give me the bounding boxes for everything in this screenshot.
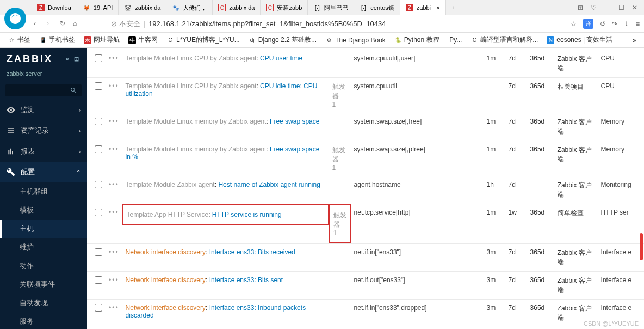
browser-tab[interactable]: 🐾大佬们， bbox=[166, 0, 213, 15]
nav-home-icon[interactable]: ⌂ bbox=[73, 20, 82, 28]
win-grid-icon[interactable]: ⊞ bbox=[578, 4, 583, 11]
bookmark-item[interactable]: C编译型语言和解释... bbox=[470, 35, 538, 45]
nav-item-chart[interactable]: 报表› bbox=[0, 141, 87, 162]
nav-sub-item[interactable]: 主机群组 bbox=[0, 182, 87, 201]
zabbix-logo[interactable]: ZABBIX « ⊡ bbox=[0, 48, 87, 70]
row-checkbox[interactable] bbox=[95, 54, 102, 62]
trigger-count[interactable]: 触发器1 bbox=[332, 146, 345, 172]
bookmark-item[interactable]: Neosones | 高效生活 bbox=[547, 35, 612, 45]
row-actions-icon[interactable]: ••• bbox=[106, 113, 122, 141]
nav-sub-item[interactable]: 自动发现 bbox=[0, 294, 87, 312]
bookmark-item[interactable]: CL*YUE的博客_L*YU... bbox=[166, 35, 240, 45]
bookmark-item[interactable]: 禾网址导航 bbox=[84, 35, 120, 45]
browser-tab[interactable]: [-]centos镜 bbox=[354, 0, 400, 15]
discovery-link[interactable]: Network interface discovery bbox=[126, 304, 206, 312]
nav-item-eye[interactable]: 监测› bbox=[0, 100, 87, 120]
browser-tab[interactable]: Czabbix da bbox=[213, 0, 261, 15]
nav-reload-icon[interactable]: ↻ bbox=[60, 20, 69, 28]
bookmark-label: 网址导航 bbox=[94, 35, 120, 45]
row-checkbox[interactable] bbox=[95, 209, 102, 216]
tab-close-icon[interactable]: × bbox=[436, 4, 439, 11]
trigger-count[interactable]: 触发器1 bbox=[332, 83, 345, 108]
row-actions-icon[interactable]: ••• bbox=[106, 272, 122, 300]
template-link[interactable]: Template Module Zabbix agent bbox=[126, 181, 215, 188]
row-actions-icon[interactable]: ••• bbox=[106, 176, 122, 204]
trigger-count[interactable]: 触发器1 bbox=[333, 211, 346, 237]
win-maximize-icon[interactable]: ☐ bbox=[618, 4, 624, 11]
bookmark-item[interactable]: djDjango 2.2 基础教... bbox=[249, 35, 317, 45]
row-actions-icon[interactable]: ••• bbox=[106, 141, 122, 176]
template-link[interactable]: Template Module Linux CPU by Zabbix agen… bbox=[126, 82, 257, 90]
bookmark-item[interactable]: 🐍Python 教程 — Py... bbox=[394, 35, 462, 45]
row-actions-icon[interactable]: ••• bbox=[106, 327, 122, 330]
nav-sub-item[interactable]: 服务 bbox=[0, 312, 87, 329]
new-tab-button[interactable]: + bbox=[446, 0, 460, 15]
translate-button[interactable]: 译 bbox=[583, 19, 593, 29]
nav-sub-item[interactable]: 关联项事件 bbox=[0, 275, 87, 294]
star-icon[interactable]: ☆ bbox=[571, 20, 577, 28]
item-type: CPU bbox=[598, 50, 644, 78]
bookmark-item[interactable]: 📱手机书签 bbox=[39, 35, 75, 45]
tab-label: 阿里巴巴 bbox=[324, 4, 348, 12]
item-history: 7d bbox=[505, 78, 527, 113]
template-link[interactable]: Template App HTTP Service bbox=[127, 211, 209, 218]
item-link[interactable]: Interface ens33: Bits sent bbox=[209, 276, 283, 284]
win-minimize-icon[interactable]: — bbox=[604, 4, 611, 11]
row-checkbox[interactable] bbox=[95, 276, 102, 284]
tab-label: Downloa bbox=[48, 4, 71, 11]
row-actions-icon[interactable]: ••• bbox=[106, 78, 122, 113]
row-checkbox[interactable] bbox=[95, 145, 102, 153]
item-type: Memory bbox=[598, 113, 644, 141]
row-checkbox[interactable] bbox=[95, 82, 102, 90]
discovery-link[interactable]: Network interface discovery bbox=[126, 276, 206, 284]
download-icon[interactable]: ⤓ bbox=[624, 20, 629, 28]
scrollbar-thumb[interactable] bbox=[640, 233, 643, 260]
row-actions-icon[interactable]: ••• bbox=[106, 204, 122, 244]
browser-tab[interactable]: ZDownloa bbox=[32, 0, 77, 15]
item-link[interactable]: Interface ens33: Bits received bbox=[209, 248, 295, 256]
item-link[interactable]: Free swap space bbox=[270, 118, 319, 125]
bookmarks-overflow[interactable]: » bbox=[633, 36, 636, 44]
discovery-link[interactable]: Network interface discovery bbox=[126, 248, 206, 256]
menu-icon[interactable]: ≡ bbox=[636, 20, 640, 28]
browser-tab[interactable]: Zzabbi× bbox=[400, 0, 446, 15]
item-interval: 3m bbox=[484, 327, 505, 330]
row-actions-icon[interactable]: ••• bbox=[106, 50, 122, 78]
nav-sub-item[interactable]: 模板 bbox=[0, 201, 87, 220]
undo-icon[interactable]: ↷ bbox=[612, 20, 617, 28]
bookmark-item[interactable]: ⊖The Django Book bbox=[325, 36, 386, 44]
row-checkbox[interactable] bbox=[95, 181, 102, 188]
browser-tab[interactable]: 🐼zabbix da bbox=[119, 0, 166, 15]
nav-sub-item[interactable]: 动作 bbox=[0, 257, 87, 275]
refresh-icon[interactable]: ↺ bbox=[600, 20, 605, 28]
template-link[interactable]: Template Module Linux memory by Zabbix a… bbox=[126, 118, 267, 125]
nav-sub-item[interactable]: 维护 bbox=[0, 238, 87, 257]
chevron-icon: › bbox=[79, 128, 81, 134]
sidebar-search-input[interactable] bbox=[5, 84, 82, 96]
nav-back-icon[interactable]: ‹ bbox=[34, 20, 42, 28]
browser-tab[interactable]: 🦊19. API bbox=[77, 0, 119, 15]
browser-tab[interactable]: [-]阿里巴巴 bbox=[308, 0, 354, 15]
row-checkbox[interactable] bbox=[95, 118, 102, 125]
template-link[interactable]: Template Module Linux memory by Zabbix a… bbox=[126, 145, 267, 153]
template-link[interactable]: Template Module Linux CPU by Zabbix agen… bbox=[126, 54, 257, 62]
item-link[interactable]: Host name of Zabbix agent running bbox=[218, 181, 320, 188]
url-input[interactable]: ⊘ 不安全 | 192.168.1.21/zabbix/items.php?fi… bbox=[86, 19, 566, 29]
bookmark-item[interactable]: ☆书签 bbox=[8, 35, 30, 45]
row-checkbox[interactable] bbox=[95, 304, 102, 312]
item-link[interactable]: HTTP service is running bbox=[212, 211, 282, 218]
nav-item-wrench[interactable]: 配置⌃ bbox=[0, 162, 87, 182]
item-link[interactable]: CPU user time bbox=[260, 54, 302, 62]
browser-logo[interactable] bbox=[4, 8, 26, 29]
bookmark-icon: C bbox=[470, 36, 478, 44]
row-actions-icon[interactable]: ••• bbox=[106, 244, 122, 272]
win-down-icon[interactable]: ♡ bbox=[591, 4, 597, 11]
nav-item-list[interactable]: 资产记录› bbox=[0, 120, 87, 141]
nav-sub-item[interactable]: 主机 bbox=[0, 220, 87, 238]
item-type: Memory bbox=[598, 141, 644, 176]
win-close-icon[interactable]: ✕ bbox=[632, 4, 637, 11]
bookmark-item[interactable]: 牛牛客网 bbox=[128, 35, 158, 45]
row-actions-icon[interactable]: ••• bbox=[106, 300, 122, 327]
browser-tab[interactable]: C安装zabb bbox=[261, 0, 308, 15]
row-checkbox[interactable] bbox=[95, 248, 102, 256]
